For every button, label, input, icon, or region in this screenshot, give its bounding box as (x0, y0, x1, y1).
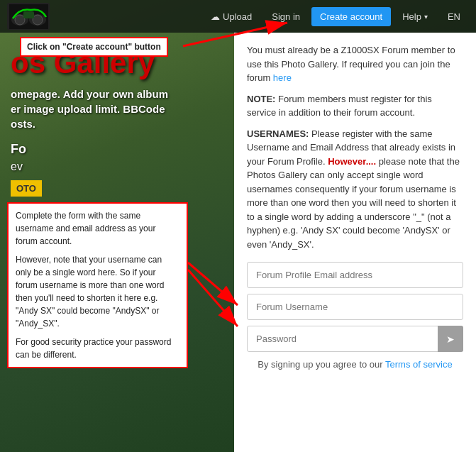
site-logo (7, 3, 50, 30)
create-account-nav-item[interactable]: Create account (311, 7, 391, 26)
username-input[interactable] (247, 294, 463, 320)
note-text: NOTE: Forum members must register for th… (247, 92, 463, 120)
upload-nav-item[interactable]: ☁ Upload (202, 7, 260, 26)
gallery-title: os Gallery (11, 47, 227, 79)
upload-label: Upload (223, 11, 252, 22)
help-label: Help (402, 11, 421, 22)
note-label: NOTE: (247, 94, 275, 104)
desc-line2: er image upload limit. BBCo (11, 103, 153, 115)
note-content: Forum members must register for this ser… (247, 94, 432, 118)
create-account-label: Create account (320, 11, 382, 22)
however-rest: please note that the Photos Gallery can … (247, 156, 460, 250)
lang-label: EN (448, 11, 460, 22)
signin-nav-item[interactable]: Sign in (263, 7, 309, 26)
email-input[interactable] (247, 262, 463, 288)
terms-text: By signing up you agree to our Terms of … (247, 358, 463, 372)
left-side: os Gallery omepage. Add your own album e… (0, 33, 234, 452)
however-label: However.... (328, 156, 376, 167)
right-panel: You must already be a Z1000SX Forum memb… (234, 33, 476, 452)
password-toggle-button[interactable]: ➤ (438, 326, 463, 352)
svg-point-4 (33, 15, 43, 25)
upload-icon: ☁ (211, 11, 220, 22)
here-link[interactable]: here (273, 72, 292, 83)
terms-link[interactable]: Terms of service (385, 359, 453, 370)
language-nav-item[interactable]: EN (439, 7, 469, 26)
terms-prefix: By signing up you agree to our (258, 359, 385, 370)
header: ☁ Upload Sign in Create account Help EN (0, 0, 476, 33)
usernames-label: USERNAMES: (247, 128, 309, 139)
password-row: ➤ (247, 326, 463, 352)
registration-form: ➤ By signing up you agree to our Terms o… (247, 262, 463, 372)
logo-image (9, 4, 48, 29)
nav-items: ☁ Upload Sign in Create account Help EN (202, 7, 469, 26)
svg-rect-5 (23, 11, 34, 18)
review-label: ev (11, 160, 227, 173)
password-input[interactable] (247, 326, 463, 352)
svg-point-3 (15, 15, 25, 25)
desc-line1: omepage. Add your own albu (11, 88, 159, 100)
oto-badge: OTO (11, 180, 42, 197)
main-content: os Gallery omepage. Add your own album e… (0, 33, 476, 452)
desc-line3: osts. (11, 118, 35, 130)
forum-label: Fo (11, 142, 227, 157)
signin-label: Sign in (272, 11, 300, 22)
intro-text: You must already be a Z1000SX Forum memb… (247, 43, 463, 85)
gallery-desc: omepage. Add your own album er image upl… (11, 87, 227, 131)
usernames-text: USERNAMES: Please register with the same… (247, 127, 463, 252)
help-nav-item[interactable]: Help (394, 7, 436, 26)
